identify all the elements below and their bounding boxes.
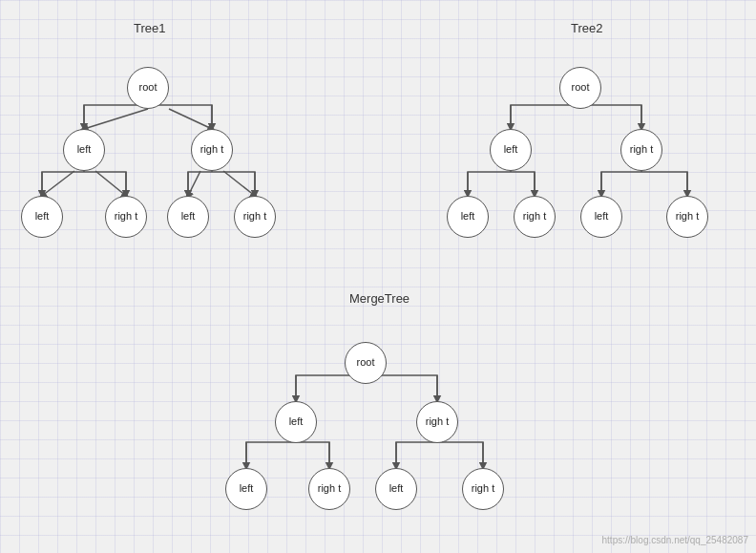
- tree2-label: Tree2: [571, 21, 602, 35]
- tree1-rl: left: [167, 196, 209, 238]
- mergetree-lr: righ t: [308, 468, 350, 510]
- tree2-left: left: [490, 129, 532, 171]
- tree-lines: [0, 0, 756, 553]
- mergetree-ll: left: [225, 468, 267, 510]
- watermark: https://blog.csdn.net/qq_25482087: [602, 535, 748, 545]
- tree2-rl: left: [580, 196, 622, 238]
- svg-line-0: [84, 109, 148, 129]
- mergetree-rl: left: [375, 468, 417, 510]
- svg-line-1: [169, 109, 212, 129]
- tree1-ll: left: [21, 196, 63, 238]
- tree1-left: left: [63, 129, 105, 171]
- svg-line-5: [223, 171, 255, 196]
- tree1-lr: righ t: [105, 196, 147, 238]
- tree1-rr: righ t: [234, 196, 276, 238]
- tree2-lr: righ t: [514, 196, 556, 238]
- svg-line-3: [95, 171, 126, 196]
- tree1-root: root: [127, 67, 169, 109]
- tree1-label: Tree1: [134, 21, 165, 35]
- mergetree-left: left: [275, 401, 317, 443]
- mergetree-rr: righ t: [462, 468, 504, 510]
- mergetree-root: root: [345, 342, 387, 384]
- canvas: Tree1 root left righ t left righ t left …: [0, 0, 756, 553]
- svg-line-2: [42, 171, 74, 196]
- tree2-root: root: [559, 67, 601, 109]
- tree2-rr: righ t: [666, 196, 708, 238]
- tree2-ll: left: [447, 196, 489, 238]
- tree2-right: righ t: [620, 129, 662, 171]
- mergetree-label: MergeTree: [349, 291, 410, 306]
- mergetree-right: righ t: [416, 401, 458, 443]
- tree1-right: righ t: [191, 129, 233, 171]
- svg-line-4: [188, 171, 200, 196]
